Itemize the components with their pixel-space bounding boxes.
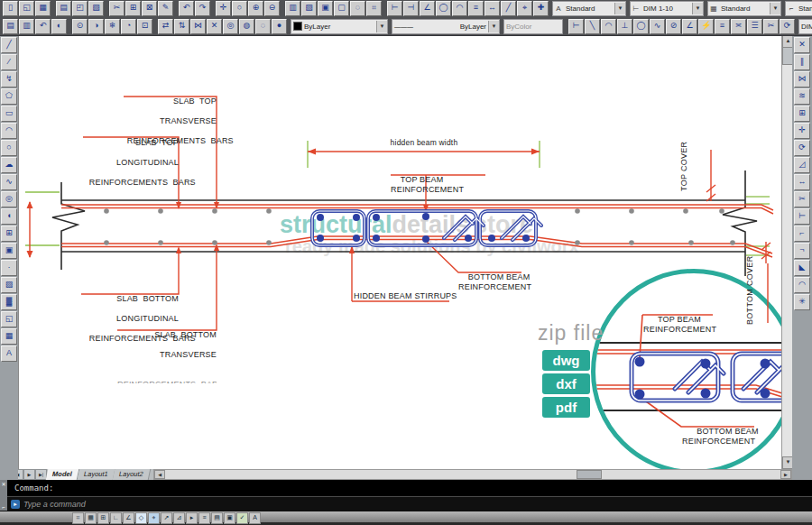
mirror-icon[interactable]: ⋈ bbox=[794, 71, 810, 88]
leader-icon[interactable]: ╱ bbox=[501, 1, 516, 16]
chevron-down-icon[interactable]: ▼ bbox=[488, 21, 499, 32]
am-icon[interactable]: A bbox=[249, 512, 261, 524]
scroll-right-icon[interactable]: ▶ bbox=[780, 470, 791, 479]
sheet-set-icon[interactable]: ▢ bbox=[334, 1, 349, 16]
zoom-window-icon[interactable]: ⊕ bbox=[248, 1, 263, 16]
end-isolate-icon[interactable]: ● bbox=[272, 19, 287, 34]
dim-continue-icon[interactable]: ≍ bbox=[731, 19, 746, 34]
isolate-objects-icon[interactable]: ◍ bbox=[239, 19, 254, 34]
layer-walk-icon[interactable]: ◑ bbox=[88, 19, 104, 34]
make-block-icon[interactable]: ▣ bbox=[1, 243, 17, 259]
layer-states-icon[interactable]: ▥ bbox=[19, 19, 34, 34]
layer-isolate-icon[interactable]: ◐ bbox=[51, 19, 67, 34]
arc-icon[interactable]: ◠ bbox=[1, 123, 17, 139]
radius-dimension-icon[interactable]: ◠ bbox=[452, 1, 467, 16]
break-icon[interactable]: ¬ bbox=[794, 243, 810, 259]
command-input[interactable]: ▸ Type a command bbox=[7, 496, 812, 511]
text-style-dropdown[interactable]: A Standard ▼ bbox=[552, 1, 626, 16]
mleader-style-dropdown[interactable]: ⌐ Standard ▼ bbox=[785, 1, 812, 16]
move-to-layer-icon[interactable]: ⇄ bbox=[158, 19, 173, 34]
move-icon[interactable]: ✛ bbox=[794, 123, 810, 139]
fillet-icon[interactable]: ◠ bbox=[794, 277, 810, 293]
next-tab-icon[interactable]: ▶ bbox=[23, 469, 35, 480]
layer-merge-icon[interactable]: ⋈ bbox=[190, 19, 206, 34]
dim-quick-icon[interactable]: ⚡ bbox=[698, 19, 714, 34]
pdf-badge[interactable]: pdf bbox=[542, 397, 590, 418]
paste-icon[interactable]: ⊠ bbox=[142, 1, 157, 16]
layer-freeze-icon[interactable]: ❄ bbox=[105, 19, 120, 34]
tab-layout2[interactable]: Layout2 bbox=[113, 469, 151, 480]
publish-icon[interactable]: ▧ bbox=[88, 1, 104, 16]
multiline-text-icon[interactable]: A bbox=[1, 345, 17, 362]
ortho-icon[interactable]: ∟ bbox=[110, 512, 122, 524]
make-current-icon[interactable]: ⊙ bbox=[72, 19, 88, 34]
polyline-icon[interactable]: ↯ bbox=[1, 71, 17, 88]
point-icon[interactable]: · bbox=[1, 260, 17, 276]
copy-clip-icon[interactable]: ⊞ bbox=[125, 1, 141, 16]
copy-to-layer-icon[interactable]: ⇅ bbox=[174, 19, 189, 34]
dxf-badge[interactable]: dxf bbox=[542, 373, 590, 394]
baseline-dimension-icon[interactable]: ≡ bbox=[468, 1, 484, 16]
dim-arc-icon[interactable]: ◠ bbox=[601, 19, 616, 34]
region-icon[interactable]: ◱ bbox=[1, 311, 17, 327]
extend-icon[interactable]: ⊢ bbox=[794, 208, 810, 225]
insert-block-icon[interactable]: ⊞ bbox=[1, 226, 17, 242]
angular-dimension-icon[interactable]: ∠ bbox=[420, 1, 435, 16]
design-center-icon[interactable]: ▨ bbox=[301, 1, 317, 16]
dim-style-dropdown[interactable]: ⊢ DIM 1-10 ▼ bbox=[630, 1, 704, 16]
chevron-down-icon[interactable]: ▼ bbox=[770, 3, 780, 14]
color-dropdown[interactable]: ByLayer ▼ bbox=[291, 19, 388, 34]
rectangle-icon[interactable]: ▭ bbox=[1, 106, 17, 122]
dim-linear-icon[interactable]: ⊢ bbox=[568, 19, 584, 34]
dim-style-dropdown-2[interactable]: DIM 1-10 ▼ bbox=[798, 19, 812, 34]
scale-icon[interactable]: ◿ bbox=[794, 157, 810, 173]
rotate-icon[interactable]: ⟳ bbox=[794, 140, 810, 156]
layer-properties-icon[interactable]: ▤ bbox=[3, 19, 18, 34]
chevron-down-icon[interactable]: ▼ bbox=[614, 3, 625, 14]
stretch-icon[interactable]: ↔ bbox=[794, 174, 810, 190]
line-icon[interactable]: ╱ bbox=[1, 37, 17, 53]
dim-space-icon[interactable]: ☰ bbox=[747, 19, 762, 34]
lwt-icon[interactable]: ≡ bbox=[198, 512, 210, 524]
wrench-icon[interactable]: ⌐ bbox=[2, 504, 5, 510]
circle-icon[interactable]: ○ bbox=[1, 140, 17, 156]
ducs-icon[interactable]: ⊿ bbox=[173, 512, 185, 524]
ellipse-icon[interactable]: ◎ bbox=[1, 191, 17, 207]
3dosnap-icon[interactable]: ⌖ bbox=[148, 512, 160, 524]
erase-icon[interactable]: ✕ bbox=[794, 37, 810, 53]
close-icon[interactable]: ✕ bbox=[1, 481, 5, 487]
dim-jogged-icon[interactable]: ∿ bbox=[650, 19, 665, 34]
pan-icon[interactable]: ✛ bbox=[216, 1, 231, 16]
properties-icon[interactable]: ▥ bbox=[285, 1, 300, 16]
chamfer-icon[interactable]: ◣ bbox=[794, 260, 810, 276]
array-icon[interactable]: ⊞ bbox=[794, 106, 810, 122]
cut-icon[interactable]: ✂ bbox=[109, 1, 125, 16]
horizontal-scroll-thumb[interactable] bbox=[577, 470, 602, 479]
new-file-icon[interactable]: ▯ bbox=[3, 1, 18, 16]
grid-icon[interactable]: ⊞ bbox=[97, 512, 109, 524]
infer-icon[interactable]: ⌗ bbox=[72, 512, 84, 524]
explode-icon[interactable]: ✳ bbox=[794, 294, 810, 310]
zoom-previous-icon[interactable]: ⊖ bbox=[264, 1, 280, 16]
dim-baseline-icon[interactable]: ≡ bbox=[715, 19, 730, 34]
spline-icon[interactable]: ∿ bbox=[1, 174, 17, 190]
linetype-dropdown[interactable]: ——— ByLayer ▼ bbox=[392, 19, 500, 34]
chevron-down-icon[interactable]: ▼ bbox=[692, 3, 703, 14]
markup-icon[interactable]: ◌ bbox=[350, 1, 365, 16]
dim-ordinate-icon[interactable]: ⊥ bbox=[617, 19, 632, 34]
tool-palettes-icon[interactable]: ▣ bbox=[318, 1, 333, 16]
command-window-grip[interactable]: ✕ ⌐ bbox=[0, 480, 7, 511]
plot-icon[interactable]: ▤ bbox=[56, 1, 71, 16]
layer-prev-icon[interactable]: ↶ bbox=[35, 19, 51, 34]
hatch-icon[interactable]: ▨ bbox=[1, 277, 17, 293]
break-at-point-icon[interactable]: ⌐ bbox=[794, 226, 810, 242]
polar-icon[interactable]: ∠ bbox=[123, 512, 134, 524]
trim-icon[interactable]: ✂ bbox=[794, 191, 810, 207]
continue-dimension-icon[interactable]: ↔ bbox=[484, 1, 500, 16]
qp-icon[interactable]: ▣ bbox=[224, 512, 235, 524]
layer-delete-icon[interactable]: ✕ bbox=[207, 19, 222, 34]
snap-icon[interactable]: ▦ bbox=[85, 512, 97, 524]
table-style-dropdown[interactable]: ▦ Standard ▼ bbox=[707, 1, 781, 16]
construction-line-icon[interactable]: ⁄ bbox=[1, 54, 17, 70]
dim-radius-icon[interactable]: ◯ bbox=[633, 19, 649, 34]
